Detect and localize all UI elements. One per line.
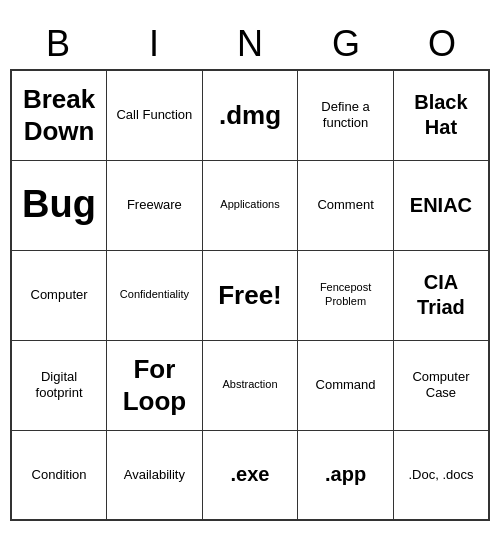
cell-r2-c3[interactable]: Fencepost Problem [298,250,394,340]
title-b: B [10,23,106,65]
cell-r2-c1[interactable]: Confidentiality [107,250,203,340]
cell-r0-c2[interactable]: .dmg [202,70,298,160]
cell-r0-c0[interactable]: Break Down [11,70,107,160]
cell-r3-c1[interactable]: For Loop [107,340,203,430]
cell-r4-c4[interactable]: .Doc, .docs [393,430,489,520]
cell-r1-c1[interactable]: Freeware [107,160,203,250]
cell-r0-c4[interactable]: Black Hat [393,70,489,160]
cell-r3-c2[interactable]: Abstraction [202,340,298,430]
title-n: N [202,23,298,65]
cell-r1-c4[interactable]: ENIAC [393,160,489,250]
bingo-title: B I N G O [10,23,490,65]
title-g: G [298,23,394,65]
cell-r3-c3[interactable]: Command [298,340,394,430]
cell-r0-c3[interactable]: Define a function [298,70,394,160]
cell-r2-c2[interactable]: Free! [202,250,298,340]
title-o: O [394,23,490,65]
cell-r4-c1[interactable]: Availability [107,430,203,520]
cell-r0-c1[interactable]: Call Function [107,70,203,160]
cell-r2-c4[interactable]: CIA Triad [393,250,489,340]
cell-r2-c0[interactable]: Computer [11,250,107,340]
cell-r4-c3[interactable]: .app [298,430,394,520]
cell-r1-c2[interactable]: Applications [202,160,298,250]
bingo-grid: Break DownCall Function.dmgDefine a func… [10,69,490,521]
cell-r3-c0[interactable]: Digital footprint [11,340,107,430]
cell-r4-c2[interactable]: .exe [202,430,298,520]
cell-r4-c0[interactable]: Condition [11,430,107,520]
bingo-card: B I N G O Break DownCall Function.dmgDef… [10,23,490,521]
cell-r3-c4[interactable]: Computer Case [393,340,489,430]
title-i: I [106,23,202,65]
cell-r1-c0[interactable]: Bug [11,160,107,250]
cell-r1-c3[interactable]: Comment [298,160,394,250]
